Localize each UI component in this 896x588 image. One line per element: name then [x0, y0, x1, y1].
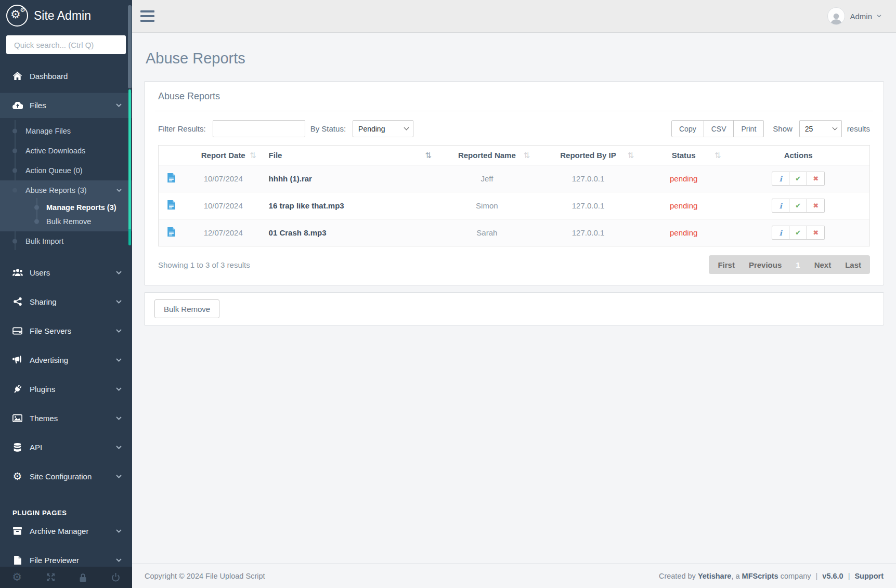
lock-icon[interactable]	[79, 573, 87, 582]
file-type-cell	[159, 192, 184, 219]
pagination-last[interactable]: Last	[845, 260, 861, 269]
quick-search-input[interactable]	[6, 35, 126, 54]
column-reported-by-ip[interactable]: Reported By IP ⇅	[536, 146, 640, 165]
sidebar-item-action-queue[interactable]: Action Queue (0)	[0, 161, 132, 180]
report-date-cell: 12/07/2024	[184, 219, 263, 246]
sort-icon[interactable]: ⇅	[715, 151, 721, 160]
sort-icon[interactable]: ⇅	[523, 151, 530, 160]
page-title: Abuse Reports	[146, 50, 884, 67]
actions-cell: i ✔ ✖	[727, 192, 869, 219]
footer: Copyright © 2024 File Upload Script Crea…	[132, 563, 896, 588]
support-link[interactable]: Support	[854, 572, 884, 580]
sidebar-item-active-downloads[interactable]: Active Downloads	[0, 141, 132, 161]
gears-logo-icon: ⚙⚙	[6, 5, 28, 27]
column-status[interactable]: Status ⇅	[640, 146, 727, 165]
reported-name-cell: Simon	[438, 192, 536, 219]
file-cell: 16 trap like that.mp3	[263, 192, 438, 219]
file-doc-icon	[167, 200, 175, 210]
status-select[interactable]: Pending	[353, 120, 413, 137]
sidebar-item-users[interactable]: Users	[0, 260, 132, 284]
pagination-current-page[interactable]: 1	[796, 260, 800, 269]
sidebar-item-api[interactable]: API	[0, 435, 132, 459]
sidebar-item-sharing[interactable]: Sharing	[0, 290, 132, 313]
settings-gear-icon[interactable]: ⚙	[12, 572, 22, 583]
sort-icon[interactable]: ⇅	[628, 151, 634, 160]
expand-icon[interactable]	[46, 573, 55, 582]
sidebar-item-manage-reports[interactable]: Manage Reports (3)	[0, 200, 132, 214]
sidebar-item-plugins[interactable]: Plugins	[0, 377, 132, 401]
sidebar-item-dashboard[interactable]: Dashboard	[0, 64, 132, 88]
bulk-remove-button[interactable]: Bulk Remove	[154, 299, 219, 318]
reported-name-cell: Sarah	[438, 219, 536, 246]
sidebar-scrollbar-thumb[interactable]	[128, 5, 132, 88]
vendor-link[interactable]: Yetishare	[698, 572, 732, 580]
print-button[interactable]: Print	[734, 120, 764, 137]
column-report-date[interactable]: Report Date ⇅	[184, 146, 263, 165]
approve-button[interactable]: ✔	[789, 199, 807, 213]
csv-button[interactable]: CSV	[704, 120, 734, 137]
company-link[interactable]: MFScripts	[742, 572, 778, 580]
remove-button[interactable]: ✖	[807, 199, 825, 213]
show-label: Show	[773, 124, 793, 133]
sidebar-item-bulk-remove[interactable]: Bulk Remove	[0, 214, 132, 228]
bulk-remove-panel: Bulk Remove	[144, 292, 884, 325]
sidebar-scrollbar-accent[interactable]	[128, 89, 131, 229]
column-reported-name[interactable]: Reported Name ⇅	[438, 146, 536, 165]
sidebar-item-files[interactable]: Files	[0, 92, 132, 118]
sidebar-item-themes[interactable]: Themes	[0, 406, 132, 430]
sidebar-item-abuse-reports[interactable]: Abuse Reports (3)	[0, 180, 132, 200]
column-actions: Actions	[727, 146, 869, 165]
users-icon	[10, 269, 24, 276]
menu-icon[interactable]	[140, 10, 154, 22]
sidebar-item-archive-manager[interactable]: Archive Manager	[0, 519, 132, 543]
pagination-previous[interactable]: Previous	[749, 260, 782, 269]
copy-button[interactable]: Copy	[671, 120, 704, 137]
megaphone-icon	[10, 356, 24, 364]
user-menu[interactable]: Admin	[827, 7, 881, 25]
abuse-reports-group: Abuse Reports (3) Manage Reports (3) Bul…	[0, 180, 132, 231]
sidebar-item-manage-files[interactable]: Manage Files	[0, 121, 132, 141]
avatar	[827, 7, 845, 25]
approve-button[interactable]: ✔	[789, 226, 807, 240]
table-footer: Showing 1 to 3 of 3 results First Previo…	[145, 246, 884, 285]
page-size-select[interactable]: 25	[799, 120, 842, 137]
file-doc-icon	[167, 173, 175, 182]
approve-button[interactable]: ✔	[789, 172, 807, 186]
filter-input[interactable]	[213, 120, 305, 137]
by-status-label: By Status:	[310, 124, 346, 133]
export-buttons: Copy CSV Print	[671, 120, 764, 137]
sidebar-item-site-configuration[interactable]: ⚙ Site Configuration	[0, 464, 132, 488]
sidebar-item-bulk-import[interactable]: Bulk Import	[0, 231, 132, 251]
remove-button[interactable]: ✖	[807, 172, 825, 186]
plugin-pages-label: PLUGIN PAGES	[0, 509, 132, 517]
sort-icon[interactable]: ⇅	[250, 151, 256, 160]
info-button[interactable]: i	[772, 199, 789, 213]
file-cell: hhhh (1).rar	[263, 165, 438, 192]
plug-icon	[10, 385, 24, 394]
chevron-down-icon	[116, 300, 122, 304]
sidebar-item-advertising[interactable]: Advertising	[0, 348, 132, 372]
table-row: 12/07/2024 01 Crash 8.mp3 Sarah 127.0.0.…	[159, 219, 870, 246]
power-icon[interactable]	[111, 573, 120, 582]
sort-icon[interactable]: ⇅	[425, 151, 432, 160]
results-label: results	[847, 124, 870, 133]
chevron-down-icon	[116, 387, 122, 391]
sidebar-item-file-servers[interactable]: File Servers	[0, 319, 132, 343]
report-date-cell: 10/07/2024	[184, 192, 263, 219]
pagination-next[interactable]: Next	[814, 260, 832, 269]
column-icon	[159, 146, 184, 165]
table-row: 10/07/2024 hhhh (1).rar Jeff 127.0.0.1 p…	[159, 165, 870, 192]
sidebar-nav: Dashboard Files Manage Files Active Down…	[0, 64, 132, 572]
file-type-cell	[159, 219, 184, 246]
pagination-first[interactable]: First	[718, 260, 735, 269]
caret-down-icon	[877, 15, 881, 18]
sidebar: ⚙⚙ Site Admin Dashboard Files Manage Fil…	[0, 0, 132, 588]
file-icon	[10, 556, 24, 565]
column-file[interactable]: File ⇅	[263, 146, 438, 165]
pagination: First Previous 1 Next Last	[709, 255, 870, 274]
info-button[interactable]: i	[772, 226, 789, 240]
info-button[interactable]: i	[772, 172, 789, 186]
chevron-down-icon	[116, 103, 122, 107]
sidebar-item-label: Files	[30, 101, 46, 110]
remove-button[interactable]: ✖	[807, 226, 825, 240]
